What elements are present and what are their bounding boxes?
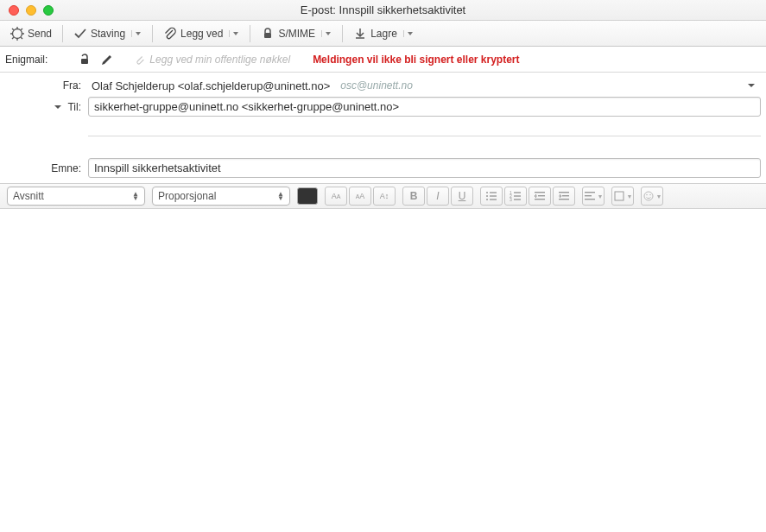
extra-recipient-input[interactable]	[88, 119, 761, 136]
compose-window: E-post: Innspill sikkerhetsaktivitet Sen…	[0, 0, 766, 532]
signing-warning: Meldingen vil ikke bli signert eller kry…	[313, 54, 519, 66]
from-value: Olaf Schjelderup <olaf.schjelderup@unine…	[88, 78, 333, 94]
svg-rect-17	[535, 199, 545, 200]
svg-rect-14	[514, 199, 521, 200]
subject-row: Emne:	[5, 158, 761, 178]
svg-rect-1	[264, 33, 271, 38]
stepper-icon: ▲▼	[277, 192, 284, 200]
svg-text:3: 3	[510, 197, 512, 202]
svg-rect-8	[490, 199, 497, 200]
paragraph-style-select[interactable]: Avsnitt ▲▼	[7, 187, 145, 206]
from-label: Fra:	[5, 79, 88, 92]
smime-dropdown[interactable]	[321, 30, 332, 37]
insert-button[interactable]: ▼	[611, 187, 634, 206]
svg-rect-10	[514, 192, 521, 193]
outdent-button[interactable]	[529, 187, 551, 206]
svg-rect-24	[615, 192, 624, 200]
format-toolbar: Avsnitt ▲▼ Proporsjonal ▲▼ AA AA A↕ B I …	[0, 183, 766, 209]
paragraph-value: Avsnitt	[13, 190, 44, 202]
subject-input[interactable]	[88, 158, 761, 178]
svg-rect-12	[514, 195, 521, 196]
indent-button[interactable]	[553, 187, 575, 206]
svg-rect-18	[559, 192, 569, 193]
attach-label: Legg ved	[180, 28, 223, 40]
bold-button[interactable]: B	[402, 187, 425, 206]
recipient-type-dropdown[interactable]	[54, 103, 64, 111]
spelling-label: Staving	[91, 28, 125, 40]
pencil-icon[interactable]	[99, 52, 115, 67]
svg-point-3	[486, 192, 488, 193]
attach-key-label: Legg ved min offentlige nøkkel	[149, 54, 290, 66]
zoom-window-button[interactable]	[43, 5, 54, 16]
svg-point-27	[649, 194, 651, 196]
send-label: Send	[28, 28, 52, 40]
svg-rect-6	[490, 195, 497, 196]
message-headers: Fra: Olaf Schjelderup <olaf.schjelderup@…	[0, 73, 766, 183]
svg-rect-19	[562, 195, 569, 196]
bullet-list-button[interactable]	[480, 187, 503, 206]
window-controls	[0, 5, 54, 16]
svg-rect-16	[538, 195, 545, 196]
to-label: Til:	[67, 101, 81, 113]
svg-rect-21	[585, 192, 595, 193]
svg-rect-2	[81, 59, 88, 64]
svg-point-0	[13, 28, 22, 38]
check-icon	[73, 27, 87, 41]
attach-dropdown[interactable]	[229, 30, 239, 37]
subject-label: Emne:	[5, 162, 88, 174]
extra-recipient-row	[5, 118, 761, 137]
stepper-icon: ▲▼	[132, 192, 139, 200]
svg-point-7	[486, 199, 488, 200]
svg-point-5	[486, 195, 488, 197]
to-row: Til:	[5, 97, 761, 117]
window-title: E-post: Innspill sikkerhetsaktivitet	[0, 3, 766, 16]
svg-rect-4	[490, 192, 497, 193]
send-button[interactable]: Send	[7, 25, 55, 42]
from-row: Fra: Olaf Schjelderup <olaf.schjelderup@…	[5, 76, 761, 95]
attach-button[interactable]: Legg ved	[160, 25, 243, 42]
svg-rect-23	[585, 199, 595, 200]
minimize-window-button[interactable]	[26, 5, 36, 16]
spelling-dropdown[interactable]	[131, 30, 142, 37]
close-window-button[interactable]	[9, 5, 19, 16]
svg-rect-22	[585, 195, 592, 196]
message-body[interactable]	[0, 209, 766, 532]
spelling-button[interactable]: Staving	[70, 25, 145, 42]
to-input[interactable]	[88, 97, 761, 117]
lock-icon	[261, 27, 275, 41]
svg-rect-15	[535, 192, 545, 193]
enigmail-toolbar: Enigmail: Legg ved min offentlige nøkkel…	[0, 47, 766, 73]
separator	[342, 25, 343, 42]
svg-point-26	[646, 194, 648, 196]
from-dropdown[interactable]	[742, 81, 761, 90]
save-dropdown[interactable]	[403, 30, 414, 37]
main-toolbar: Send Staving Legg ved	[0, 21, 766, 47]
save-label: Lagre	[370, 28, 397, 40]
numbered-list-button[interactable]: 123	[504, 187, 527, 206]
save-button[interactable]: Lagre	[350, 25, 417, 42]
from-field[interactable]: Olaf Schjelderup <olaf.schjelderup@unine…	[88, 78, 761, 94]
separator	[250, 25, 250, 42]
svg-rect-20	[559, 199, 569, 200]
svg-point-25	[644, 192, 653, 200]
unlock-icon[interactable]	[77, 52, 92, 67]
text-color-button[interactable]	[297, 187, 318, 205]
smime-button[interactable]: S/MIME	[257, 25, 335, 42]
italic-button[interactable]: I	[427, 187, 449, 206]
font-size-reset-button[interactable]: A↕	[373, 187, 396, 206]
paperclip-icon	[134, 54, 146, 66]
download-icon	[353, 27, 367, 41]
underline-button[interactable]: U	[451, 187, 473, 206]
separator	[62, 25, 63, 42]
enigmail-label: Enigmail:	[5, 54, 51, 66]
font-size-down-button[interactable]: AA	[325, 187, 347, 206]
font-select[interactable]: Proporsjonal ▲▼	[152, 187, 290, 206]
from-extra: osc@uninett.no	[340, 79, 413, 92]
paperclip-icon	[163, 27, 177, 41]
attach-public-key-button[interactable]: Legg ved min offentlige nøkkel	[134, 54, 290, 66]
separator	[152, 25, 153, 42]
font-size-up-button[interactable]: AA	[349, 187, 371, 206]
emoji-button[interactable]: ▼	[641, 187, 663, 206]
align-button[interactable]: ▼	[582, 187, 605, 206]
font-value: Proporsjonal	[158, 190, 216, 202]
